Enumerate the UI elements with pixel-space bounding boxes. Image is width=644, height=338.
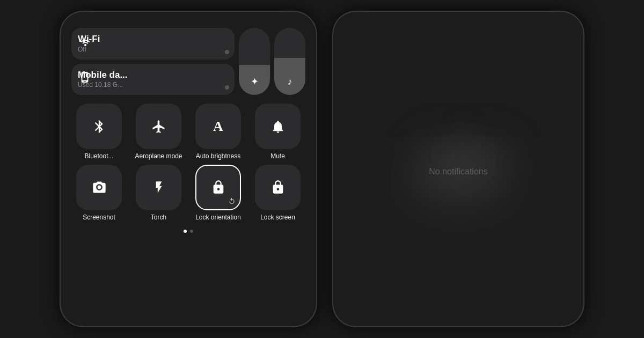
toggle-mute: Mute <box>250 104 305 160</box>
mute-button[interactable] <box>255 104 301 149</box>
lock-screen-label: Lock screen <box>260 214 295 221</box>
phones-container: Wi-Fi Off Mobile da... <box>38 0 606 338</box>
notification-area: No notifications <box>344 28 573 315</box>
toggle-screenshot: Screenshot <box>71 165 127 221</box>
page-dot-1 <box>184 230 187 233</box>
aeroplane-label: Aeroplane mode <box>135 152 182 160</box>
bluetooth-label: Bluetoot... <box>84 152 113 160</box>
auto-brightness-label: Auto brightness <box>196 152 240 160</box>
brightness-icon: ✦ <box>251 76 259 87</box>
mute-label: Mute <box>270 152 285 160</box>
control-center: Wi-Fi Off Mobile da... <box>71 28 305 315</box>
wifi-subtitle: Off <box>78 46 228 53</box>
aeroplane-button[interactable] <box>136 104 181 149</box>
sliders-container: ✦ ♪ <box>239 28 305 95</box>
auto-brightness-button[interactable]: A <box>195 104 241 149</box>
mobile-icon <box>79 71 91 86</box>
page-dots <box>71 230 305 233</box>
wifi-tile[interactable]: Wi-Fi Off <box>71 28 235 60</box>
torch-button[interactable] <box>136 165 181 210</box>
phone-right: No notifications <box>332 11 584 327</box>
mobile-tile[interactable]: Mobile da... Used 10.18 G... <box>71 64 235 95</box>
lock-screen-button[interactable] <box>255 165 301 210</box>
torch-label: Torch <box>151 214 166 221</box>
volume-slider[interactable]: ♪ <box>274 28 305 95</box>
brightness-slider[interactable]: ✦ <box>239 28 270 95</box>
top-section: Wi-Fi Off Mobile da... <box>71 28 305 95</box>
wifi-title: Wi-Fi <box>78 34 228 45</box>
toggle-torch: Torch <box>131 165 186 221</box>
lock-orientation-button[interactable] <box>195 165 241 210</box>
phone-left: Wi-Fi Off Mobile da... <box>60 11 317 327</box>
control-center-screen: Wi-Fi Off Mobile da... <box>61 12 316 326</box>
screenshot-button[interactable] <box>76 165 122 210</box>
page-dot-2 <box>190 230 193 233</box>
notification-screen: No notifications <box>333 12 583 326</box>
toggles-grid: Bluetoot... Aeroplane mode <box>71 104 305 221</box>
left-tiles: Wi-Fi Off Mobile da... <box>71 28 235 95</box>
volume-icon: ♪ <box>288 76 292 87</box>
wifi-icon <box>79 35 92 49</box>
toggle-lock-screen: Lock screen <box>250 165 305 221</box>
wifi-corner-dot <box>225 50 229 54</box>
toggle-aeroplane: Aeroplane mode <box>131 104 186 160</box>
screenshot-label: Screenshot <box>83 214 115 221</box>
mobile-corner-dot <box>225 85 229 90</box>
toggle-lock-orientation: Lock orientation <box>191 165 246 221</box>
toggle-bluetooth: Bluetoot... <box>71 104 127 160</box>
blob-3 <box>451 138 516 171</box>
toggle-auto-brightness: A Auto brightness <box>191 104 246 160</box>
mobile-title: Mobile da... <box>78 70 228 80</box>
bluetooth-button[interactable] <box>76 104 122 149</box>
lock-orientation-label: Lock orientation <box>195 214 241 221</box>
mobile-subtitle: Used 10.18 G... <box>78 81 228 89</box>
